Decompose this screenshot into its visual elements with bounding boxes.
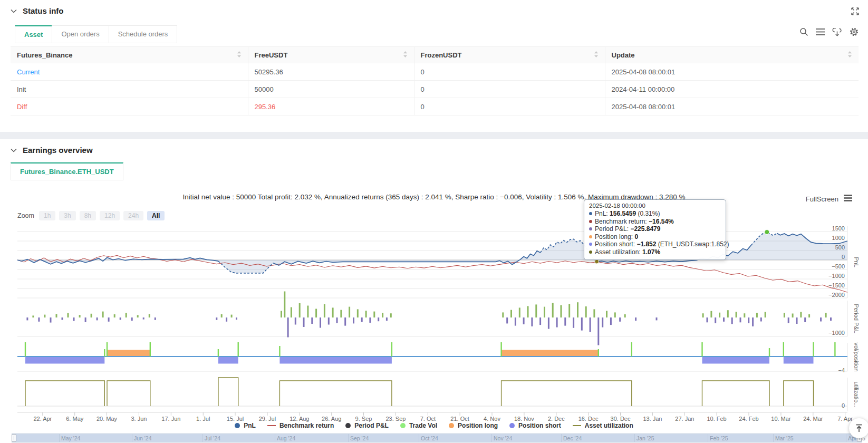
- chart-menu-icon[interactable]: [844, 194, 852, 204]
- period-pnl-bar: [332, 307, 334, 317]
- zoom-button-24h[interactable]: 24h: [123, 211, 143, 220]
- chart-legend: PnLBenchmark returnPeriod P&LTrade VolPo…: [0, 422, 868, 429]
- legend-item-position-short[interactable]: Position short: [509, 422, 561, 429]
- position-short-block: [784, 357, 814, 364]
- panel-axis-title: utilizatio...: [853, 382, 860, 408]
- period-pnl-bar: [38, 317, 40, 322]
- x-axis-label: 7. Oct: [420, 416, 436, 422]
- zoom-button-3h[interactable]: 3h: [59, 211, 75, 220]
- table-cell: 295.36: [248, 98, 414, 115]
- navigator-month-separator: [132, 434, 132, 442]
- position-short-block: [25, 357, 104, 364]
- period-pnl-bar: [361, 317, 363, 322]
- menu-icon[interactable]: [816, 28, 825, 36]
- x-axis-label: 18. Nov: [514, 416, 534, 422]
- period-pnl-bar: [311, 317, 313, 324]
- period-pnl-bar: [715, 317, 716, 323]
- sort-icon[interactable]: [594, 51, 599, 60]
- expand-icon[interactable]: [851, 7, 860, 18]
- tab-schedule-orders[interactable]: Schedule orders: [109, 25, 178, 43]
- period-pnl-bar: [515, 317, 516, 326]
- period-pnl-bar: [656, 317, 658, 320]
- period-pnl-bar: [390, 313, 392, 317]
- period-pnl-bar: [808, 314, 810, 317]
- sort-icon[interactable]: [403, 51, 408, 60]
- zoom-button-1h[interactable]: 1h: [39, 211, 55, 220]
- cloud-download-icon[interactable]: [832, 28, 842, 36]
- period-pnl-bar: [510, 310, 512, 317]
- period-pnl-bar: [561, 305, 562, 317]
- legend-item-pnl[interactable]: PnL: [235, 422, 256, 429]
- period-pnl-bar: [336, 317, 338, 323]
- x-axis-label: 29. Jul: [259, 416, 276, 422]
- tab-open-orders[interactable]: Open orders: [52, 25, 109, 43]
- y-axis-tick-label: −4: [838, 367, 845, 373]
- period-pnl-bar: [788, 317, 789, 323]
- period-pnl-bar: [32, 315, 34, 317]
- column-header-futures_binance[interactable]: Futures_Binance: [11, 47, 248, 63]
- chevron-down-icon[interactable]: [11, 9, 17, 13]
- navigator-handle-left[interactable]: [12, 434, 16, 442]
- legend-item-trade-vol[interactable]: Trade Vol: [400, 422, 437, 429]
- y-axis-tick-label: 1500: [832, 225, 845, 232]
- period-pnl-bar: [226, 317, 227, 322]
- navigator-month-separator: [773, 434, 774, 442]
- period-pnl-bar: [386, 317, 388, 321]
- legend-item-position-long[interactable]: Position long: [449, 422, 498, 429]
- column-header-freeusdt[interactable]: FreeUSDT: [248, 47, 414, 63]
- tab-futures-binance-eth-usdt[interactable]: Futures_Binance.ETH_USDT: [11, 162, 123, 180]
- period-pnl-bar: [602, 317, 603, 328]
- period-pnl-bar: [114, 314, 115, 317]
- period-pnl-bar: [108, 317, 110, 322]
- column-label: FreeUSDT: [255, 51, 288, 59]
- legend-item-asset-utilization[interactable]: Asset utilization: [573, 422, 633, 429]
- table-cell: 0: [414, 81, 605, 98]
- search-icon[interactable]: [799, 27, 808, 36]
- fullscreen-button[interactable]: FullScreen: [806, 195, 838, 203]
- tab-asset[interactable]: Asset: [15, 25, 52, 43]
- period-pnl-bar: [564, 317, 566, 326]
- table-cell: 2024-04-11 00:00:00: [605, 81, 859, 98]
- tooltip-value: −1.852: [636, 240, 656, 248]
- legend-label: PnL: [244, 422, 256, 429]
- x-axis-label: 3. Jun: [131, 416, 147, 422]
- sort-icon[interactable]: [847, 51, 852, 60]
- navigator-month-label: Oct '24: [421, 435, 438, 441]
- period-pnl-bar: [344, 317, 346, 326]
- x-axis-label: 13. Jan: [643, 416, 662, 422]
- column-header-update[interactable]: Update: [605, 47, 859, 63]
- chart-canvas[interactable]: 150010005000−500−1000−1500−2000−1000−40P…: [0, 222, 868, 423]
- table-row: Diff295.3602025-04-08 08:00:01: [11, 98, 859, 115]
- sort-icon[interactable]: [237, 51, 242, 60]
- table-cell: Diff: [11, 98, 248, 115]
- y-axis-tick-label: −1000: [828, 273, 845, 279]
- back-to-top-button[interactable]: [849, 418, 868, 438]
- period-pnl-bar: [67, 313, 69, 317]
- period-pnl-bar: [236, 317, 237, 320]
- section-title: Status info: [23, 6, 64, 15]
- period-pnl-bar: [635, 317, 636, 321]
- period-pnl-bar: [568, 304, 570, 317]
- navigator-month-label: Jan '25: [636, 435, 654, 441]
- zoom-button-8h[interactable]: 8h: [80, 211, 96, 220]
- column-header-frozenusdt[interactable]: FrozenUSDT: [414, 47, 605, 63]
- table-cell: 0: [414, 98, 605, 115]
- zoom-button-12h[interactable]: 12h: [100, 211, 120, 220]
- legend-item-benchmark-return[interactable]: Benchmark return: [267, 422, 334, 429]
- period-pnl-bar: [784, 313, 785, 317]
- legend-circle-marker: [449, 423, 454, 428]
- period-pnl-bar: [56, 314, 57, 317]
- period-pnl-bar: [137, 315, 139, 318]
- table-row: Init5000002024-04-11 00:00:00: [11, 81, 859, 98]
- table-cell[interactable]: Current: [11, 63, 248, 81]
- utilization-step: [218, 378, 238, 406]
- period-pnl-bar: [287, 317, 289, 338]
- period-pnl-bar: [804, 317, 806, 322]
- zoom-button-all[interactable]: All: [147, 211, 165, 220]
- chevron-down-icon[interactable]: [11, 148, 17, 152]
- range-navigator[interactable]: May '24Jun '24Jul '24Aug '24Sep '24Oct '…: [12, 434, 862, 442]
- section-title: Earnings overview: [23, 146, 93, 155]
- utilization-step: [702, 381, 770, 406]
- gear-icon[interactable]: [850, 27, 859, 36]
- legend-item-period-p-l[interactable]: Period P&L: [345, 422, 389, 429]
